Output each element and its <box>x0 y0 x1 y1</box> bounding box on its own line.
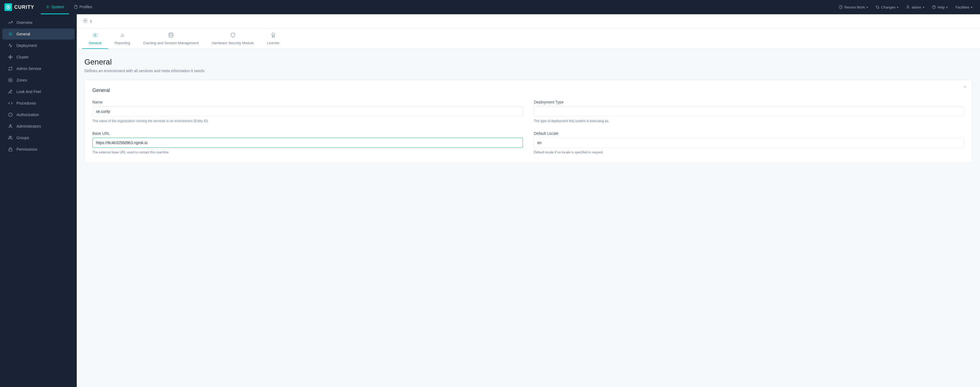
topnav-tab-profiles[interactable]: Profiles <box>69 0 97 14</box>
sidebar-item-label: Groups <box>16 136 29 140</box>
svg-point-6 <box>907 6 909 7</box>
sidebar: Overview General Deployment Cluster Admi… <box>0 14 77 387</box>
sidebar-item-administrators[interactable]: Administrators <box>2 121 75 132</box>
admin-service-icon <box>8 66 13 71</box>
svg-point-25 <box>9 136 10 138</box>
tab-label: General <box>89 41 102 45</box>
recent-work-chevron: ▾ <box>867 6 868 9</box>
procedures-icon <box>8 101 13 106</box>
name-label: Name <box>92 100 523 104</box>
base-url-hint: The external base URL used to contact th… <box>92 150 523 155</box>
tab-label: Hardware Security Module <box>212 41 254 45</box>
sidebar-item-label: Overview <box>16 20 32 25</box>
svg-point-1 <box>7 6 9 8</box>
sidebar-item-general[interactable]: General <box>2 29 75 40</box>
topnav-tabs: System Profiles <box>41 0 97 14</box>
svg-point-28 <box>91 21 92 22</box>
tab-reporting[interactable]: Reporting <box>108 29 137 49</box>
form-grid: Name The name of the organization runnin… <box>92 100 964 155</box>
svg-point-9 <box>10 34 11 35</box>
general-card: General Name The name of the organizatio… <box>84 80 972 163</box>
base-url-field: Base URL The external base URL used to c… <box>92 131 523 155</box>
name-input[interactable] <box>92 107 523 117</box>
settings-gear-icon <box>82 18 88 25</box>
sidebar-item-authorization[interactable]: Authorization <box>2 109 75 120</box>
top-navigation: CURITY System Profiles Recent Work ▾ Cha… <box>0 0 980 14</box>
reporting-tab-icon <box>119 32 125 39</box>
sidebar-item-overview[interactable]: Overview <box>2 17 75 28</box>
sidebar-item-label: Cluster <box>16 55 29 59</box>
svg-point-19 <box>8 78 12 82</box>
tab-label: License <box>267 41 279 45</box>
facilities-label: Facilities <box>955 5 969 9</box>
sidebar-item-label: General <box>16 32 30 36</box>
sidebar-item-zones[interactable]: Zones <box>2 75 75 86</box>
svg-point-11 <box>8 57 9 58</box>
help-label: Help <box>937 5 945 9</box>
help-chevron: ▾ <box>946 6 948 9</box>
topnav-tab-system[interactable]: System <box>41 0 69 14</box>
sidebar-item-label: Look And Feel <box>16 90 41 94</box>
admin-button[interactable]: admin ▾ <box>903 3 928 11</box>
tab-general[interactable]: General <box>82 29 108 49</box>
default-locale-label: Default Locale <box>534 131 964 136</box>
svg-point-2 <box>47 6 48 7</box>
deployment-type-hint: The type of deployment this system is ex… <box>534 118 964 123</box>
sidebar-item-cluster[interactable]: Cluster <box>2 51 75 62</box>
changes-label: Changes <box>881 5 895 9</box>
administrators-icon <box>8 123 13 129</box>
svg-rect-26 <box>9 149 12 151</box>
general-icon <box>8 31 13 37</box>
content-header <box>77 14 980 29</box>
tab-label: Reporting <box>115 41 130 45</box>
topnav-right: Recent Work ▾ Changes ▾ admin ▾ Help ▾ F… <box>835 3 975 11</box>
sidebar-item-label: Deployment <box>16 43 37 48</box>
license-tab-icon <box>270 32 276 39</box>
logo-icon <box>5 3 12 11</box>
default-locale-input[interactable] <box>534 138 964 148</box>
sidebar-item-procedures[interactable]: Procedures <box>2 98 75 109</box>
help-button[interactable]: Help ▾ <box>929 3 951 11</box>
sidebar-item-label: Admin Service <box>16 66 41 71</box>
changes-chevron: ▾ <box>897 6 898 9</box>
page-title: General <box>84 58 972 66</box>
sidebar-item-deployment[interactable]: Deployment <box>2 40 75 51</box>
svg-point-24 <box>10 125 11 126</box>
deployment-type-label: Deployment Type <box>534 100 964 104</box>
facilities-button[interactable]: Facilities ▾ <box>952 3 975 11</box>
changes-button[interactable]: Changes ▾ <box>872 3 902 11</box>
look-and-feel-icon <box>8 89 13 94</box>
logo[interactable]: CURITY <box>5 3 34 11</box>
svg-point-34 <box>272 33 275 36</box>
card-title: General <box>92 88 964 93</box>
page-subtitle: Defines an environment with all services… <box>84 69 972 73</box>
sidebar-item-groups[interactable]: Groups <box>2 132 75 143</box>
svg-point-27 <box>84 20 86 21</box>
sidebar-item-label: Authorization <box>16 112 39 117</box>
deployment-type-field: Deployment Type The type of deployment t… <box>534 100 964 123</box>
svg-point-33 <box>169 33 173 34</box>
tab-license[interactable]: License <box>260 29 286 49</box>
zones-icon <box>8 77 13 83</box>
recent-work-label: Recent Work <box>844 5 865 9</box>
authorization-icon <box>8 112 13 117</box>
recent-work-button[interactable]: Recent Work ▾ <box>835 3 871 11</box>
sidebar-item-permissions[interactable]: Permissions <box>2 144 75 155</box>
card-collapse-button[interactable] <box>963 84 968 91</box>
svg-point-20 <box>10 80 11 81</box>
tab-label: Caching and Session Management <box>143 41 199 45</box>
base-url-input[interactable] <box>92 138 523 148</box>
sidebar-item-look-and-feel[interactable]: Look And Feel <box>2 86 75 97</box>
sidebar-item-label: Procedures <box>16 101 36 106</box>
tab-hsm[interactable]: Hardware Security Module <box>205 29 260 49</box>
svg-point-13 <box>10 55 11 56</box>
base-url-label: Base URL <box>92 131 523 136</box>
admin-label: admin <box>912 5 921 9</box>
name-hint: The name of the organization running the… <box>92 118 523 123</box>
tab-caching[interactable]: Caching and Session Management <box>137 29 205 49</box>
sidebar-item-admin-service[interactable]: Admin Service <box>2 63 75 74</box>
name-field: Name The name of the organization runnin… <box>92 100 523 123</box>
logo-text: CURITY <box>14 5 34 10</box>
page-body: General Defines an environment with all … <box>77 49 980 171</box>
deployment-type-input[interactable] <box>534 107 964 117</box>
